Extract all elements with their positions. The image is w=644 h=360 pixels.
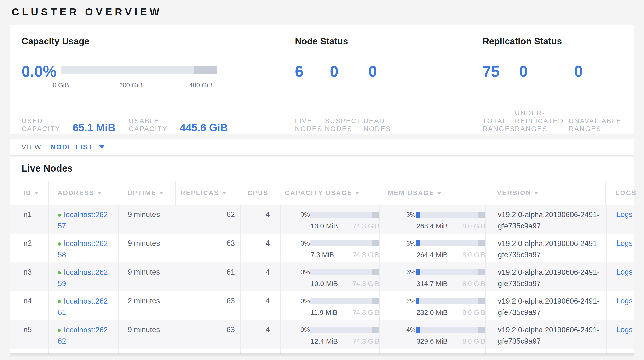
summary-stat-value: 75 — [482, 64, 519, 79]
capacity-bar-reserved-segment — [372, 327, 380, 333]
column-header-id[interactable]: ID — [10, 182, 48, 205]
memory-used-value: 232.0 MiB — [416, 308, 448, 317]
node-address-link[interactable]: localhost:26258 — [58, 239, 108, 259]
capacity-usage-bar — [310, 327, 380, 333]
node-replicas-cell: 62 — [176, 205, 240, 234]
summary-stat-value: 6 — [295, 64, 330, 79]
node-logs-cell: Logs — [606, 320, 634, 349]
memory-bar-reserved-segment — [478, 269, 486, 275]
node-address-link[interactable]: localhost:26262 — [58, 326, 108, 345]
node-logs-cell: Logs — [606, 262, 634, 291]
capacity-usage-bar — [310, 241, 380, 247]
node-memory-cell: 3%264.4 MiB8.0 GiB — [380, 234, 486, 262]
memory-usage-bar — [416, 241, 486, 247]
memory-bar-reserved-segment — [478, 241, 486, 247]
node-capacity-cell: 0%12.4 MiB74.3 GiB — [280, 320, 380, 349]
table-body: n1localhost:262579 minutes6240%13.0 MiB7… — [10, 205, 634, 353]
memory-usage-bar — [416, 298, 486, 304]
node-version-cell: v19.2.0-alpha.20190606-2491-gfe735c9a97 — [486, 320, 606, 349]
node-address-link[interactable]: localhost:26261 — [58, 297, 108, 316]
summary-stat-value: 445.6 GiB — [180, 123, 228, 133]
memory-used-value: 268.4 MiB — [416, 222, 448, 230]
memory-total-value: 8.0 GiB — [462, 337, 486, 345]
memory-bar-used-segment — [416, 269, 420, 275]
capacity-usage-gauge: 0%12.4 MiB74.3 GiB — [300, 324, 380, 345]
column-header-address[interactable]: ADDRESS — [48, 182, 118, 205]
table-header-row: IDADDRESSUPTIMEREPLICASCPUSCAPACITY USAG… — [10, 182, 634, 205]
node-version-cell: v19.2.0-alpha.20190606-2491-gfe735c9a97 — [486, 234, 606, 262]
capacity-usage-gauge: 0%13.0 MiB74.3 GiB — [300, 209, 380, 230]
summary-stat-value: 0 — [574, 64, 631, 79]
node-address-cell: localhost:26258 — [48, 234, 118, 262]
table-row-partial — [10, 349, 634, 353]
node-logs-link[interactable]: Logs — [616, 297, 632, 305]
view-dropdown[interactable]: NODE LIST — [51, 143, 104, 151]
summary-stat: USABLE CAPACITY445.6 GiB — [129, 117, 228, 133]
node-status-labels: LIVE NODESSUSPECT NODESDEAD NODES — [295, 117, 477, 134]
column-header-memory[interactable]: MEM USAGE — [379, 182, 485, 205]
chevron-down-icon — [99, 145, 104, 149]
capacity-usage-gauge: 0%7.3 MiB74.3 GiB — [300, 238, 380, 259]
node-logs-link[interactable]: Logs — [616, 268, 632, 276]
node-replicas-cell: 61 — [176, 262, 240, 291]
memory-usage-percent: 3% — [406, 238, 416, 249]
node-uptime-cell: 9 minutes — [118, 320, 176, 349]
summary-stat-label: UNDER-REPLICATED RANGES — [515, 109, 569, 133]
memory-bar-reserved-segment — [478, 298, 486, 304]
memory-usage-gauge: 3%264.4 MiB8.0 GiB — [406, 238, 486, 259]
capacity-total-value: 74.3 GiB — [352, 251, 380, 259]
node-live-status-icon — [58, 214, 61, 217]
node-live-status-icon — [58, 329, 61, 332]
column-header-capacity[interactable]: CAPACITY USAGE — [280, 182, 379, 205]
summary-stat-label: SUSPECT NODES — [325, 117, 364, 133]
sort-desc-icon — [437, 192, 441, 195]
node-id-cell: n5 — [10, 320, 48, 349]
replication-status-title: Replication Status — [482, 36, 631, 47]
node-address-cell: localhost:26259 — [48, 262, 118, 291]
capacity-bar-reserved-segment — [372, 269, 380, 275]
column-header-version[interactable]: VERSION — [485, 182, 606, 205]
capacity-total-value: 74.3 GiB — [352, 280, 380, 288]
node-logs-link[interactable]: Logs — [616, 210, 632, 219]
memory-usage-bar — [416, 269, 486, 275]
capacity-used-value: 12.4 MiB — [310, 337, 338, 345]
node-uptime-cell: 2 minutes — [118, 291, 176, 320]
column-header-label: ID — [24, 189, 32, 197]
column-header-uptime[interactable]: UPTIME — [118, 182, 176, 205]
capacity-usage-gauge: 0%11.9 MiB74.3 GiB — [300, 295, 380, 317]
live-nodes-title: Live Nodes — [10, 157, 634, 182]
column-header-label: REPLICAS — [181, 189, 219, 197]
memory-usage-bar — [416, 327, 486, 333]
summary-stat-label: TOTAL RANGES — [482, 117, 515, 133]
page-title: CLUSTER OVERVIEW — [0, 0, 644, 19]
capacity-usage-bar — [310, 298, 380, 304]
cluster-overview-page: CLUSTER OVERVIEW Capacity Usage 0.0% 0 G… — [0, 0, 644, 360]
node-live-status-icon — [58, 271, 61, 274]
memory-usage-gauge: 4%329.6 MiB8.0 GiB — [406, 324, 486, 345]
memory-bar-used-segment — [416, 241, 420, 247]
axis-tick-mark — [61, 76, 61, 80]
column-header-label: LOGS — [616, 189, 637, 197]
capacity-stats: USED CAPACITY65.1 MiBUSABLE CAPACITY445.… — [22, 117, 285, 134]
summary-stat-value: 65.1 MiB — [72, 123, 116, 133]
node-logs-link[interactable]: Logs — [616, 325, 632, 334]
node-address-link[interactable]: localhost:26257 — [58, 211, 108, 230]
node-uptime-cell: 9 minutes — [118, 262, 176, 291]
node-address-link[interactable]: localhost:26259 — [58, 268, 108, 288]
column-header-replicas[interactable]: REPLICAS — [176, 182, 240, 205]
node-cpus-cell: 4 — [240, 234, 280, 262]
node-capacity-cell: 0%11.9 MiB74.3 GiB — [280, 291, 380, 320]
node-logs-link[interactable]: Logs — [616, 239, 632, 247]
memory-bar-reserved-segment — [478, 212, 486, 218]
node-version-text: v19.2.0-alpha.20190606-2491-gfe735c9a97 — [498, 209, 600, 232]
table-row: n4localhost:262612 minutes6340%11.9 MiB7… — [10, 291, 634, 320]
capacity-usage-bar — [310, 269, 380, 275]
node-address-cell: localhost:26261 — [48, 291, 118, 320]
memory-usage-percent: 4% — [406, 324, 416, 335]
node-id-cell: n1 — [10, 205, 48, 234]
node-version-text: v19.2.0-alpha.20190606-2491-gfe735c9a97 — [498, 267, 600, 289]
capacity-usage-percent: 0% — [300, 238, 310, 249]
column-header-label: CAPACITY USAGE — [285, 189, 352, 197]
memory-total-value: 8.0 GiB — [462, 251, 486, 259]
node-memory-cell: 3%314.7 MiB8.0 GiB — [380, 262, 486, 291]
